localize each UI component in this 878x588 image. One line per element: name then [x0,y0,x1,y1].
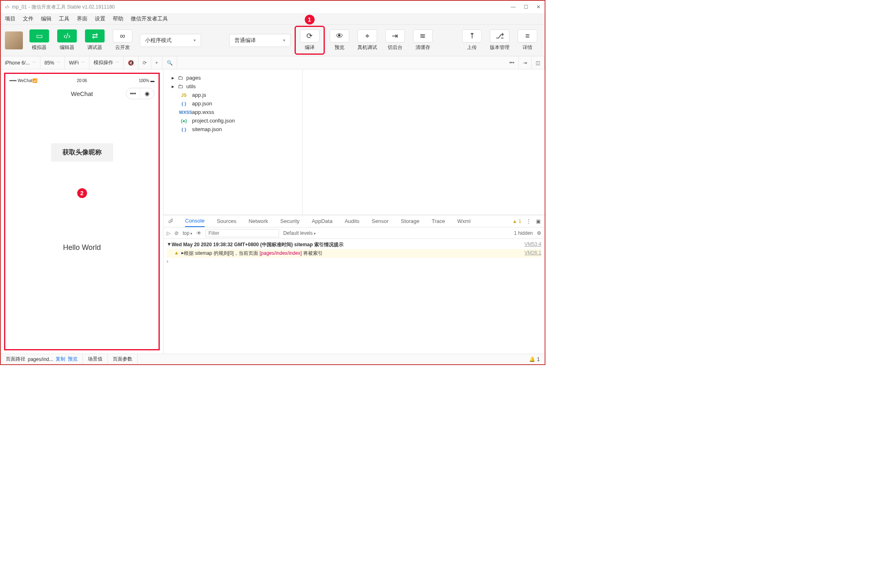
tab-appdata[interactable]: AppData [312,216,333,227]
get-avatar-button[interactable]: 获取头像昵称 [51,143,113,162]
hidden-count: 1 hidden [514,230,533,236]
footer-bar: 页面路径 pages/ind... 复制 预览 场景值 页面参数 🔔 1 [1,354,545,364]
play-icon[interactable]: ▷ [167,230,170,236]
log-message: 根据 sitemap 的规则[0]，当前页面 [pages/index/inde… [184,250,525,257]
minimize-button[interactable]: — [511,4,516,10]
tab-console[interactable]: Console [185,215,205,227]
callout-1: 1 [305,15,315,24]
rotate-icon[interactable]: ⟳ [139,56,151,69]
version-button[interactable]: ⎇版本管理 [487,28,513,53]
menubar: 项目 文件 编辑 工具 界面 设置 帮助 微信开发者工具 [1,13,545,24]
editor-toggle[interactable]: ‹/›编辑器 [54,28,80,53]
devtools: ⮰ Console Sources Network Security AppDa… [163,215,545,354]
tab-audits[interactable]: Audits [345,216,360,227]
devtools-tabs: ⮰ Console Sources Network Security AppDa… [163,215,545,227]
tab-storage[interactable]: Storage [401,216,420,227]
file-app-wxss[interactable]: WXSSapp.wxss [163,108,302,116]
tab-sources[interactable]: Sources [217,216,237,227]
folder-pages[interactable]: ▸🗀pages [163,74,302,82]
add-file-icon[interactable]: + [151,56,163,69]
gear-icon[interactable]: ⚙ [537,230,541,236]
compile-select[interactable]: 普通编译 [229,34,290,47]
callout-2: 2 [77,188,87,198]
details-button[interactable]: ≡详情 [514,28,541,53]
nav-title: WeChat [71,90,93,97]
file-app-js[interactable]: JSapp.js [163,91,302,99]
tab-sensor[interactable]: Sensor [372,216,389,227]
compile-button[interactable]: ⟳编译 [297,28,323,53]
file-sitemap[interactable]: { }sitemap.json [163,125,302,134]
file-project-config[interactable]: {●}project.config.json [163,116,302,125]
capsule-close-icon[interactable]: ◉ [140,88,154,99]
inspect-icon[interactable]: ⮰ [168,218,173,224]
levels-select[interactable]: Default levels [283,230,316,236]
upload-button[interactable]: ⤒上传 [459,28,485,53]
editor-area[interactable] [302,69,545,215]
console-output: ▼ Wed May 20 2020 19:38:32 GMT+0800 (中国标… [163,239,545,267]
menu-project[interactable]: 项目 [5,15,16,22]
context-select[interactable]: top [183,230,192,236]
main-area: 2 ••••• WeChat📶 20:06 100% ▬ WeChat •••◉… [1,69,545,354]
preview-button[interactable]: 👁预览 [326,28,353,53]
devtools-menu-icon[interactable]: ⋮ [526,218,531,224]
footer-notif[interactable]: 🔔 1 [524,356,545,362]
search-icon[interactable]: 🔍 [163,56,177,69]
console-prompt[interactable]: › [167,258,541,265]
log-source[interactable]: VM26:1 [525,250,541,257]
debugger-toggle[interactable]: ⇄调试器 [82,28,108,53]
more-icon[interactable]: ••• [505,56,519,69]
file-app-json[interactable]: { }app.json [163,99,302,108]
mute-icon[interactable]: 🔇 [124,56,139,69]
battery-label: 100% ▬ [139,78,154,83]
remote-debug-button[interactable]: ⌖真机调试 [354,28,380,53]
cloud-button[interactable]: ∞云开发 [109,28,136,53]
capsule-menu[interactable]: •••◉ [126,88,154,99]
folder-utils[interactable]: ▸🗀utils [163,82,302,91]
device-statusbar: ••••• WeChat📶 20:06 100% ▬ [5,76,159,85]
tab-network[interactable]: Network [248,216,268,227]
user-avatar[interactable] [5,31,23,49]
capsule-menu-icon[interactable]: ••• [126,88,140,99]
window-title: mp_01 - 微信开发者工具 Stable v1.02.1911180 [12,4,114,11]
background-button[interactable]: ⇥切后台 [382,28,408,53]
menu-wechat-devtools[interactable]: 微信开发者工具 [131,15,168,22]
menu-edit[interactable]: 编辑 [41,15,51,22]
menu-settings[interactable]: 设置 [95,15,105,22]
indent-icon[interactable]: ⇥ [519,56,532,69]
warn-icon: ▲ [174,250,179,257]
devtools-dock-icon[interactable]: ▣ [536,218,541,224]
split-icon[interactable]: ◫ [532,56,545,69]
footer-page-path[interactable]: 页面路径 pages/ind... 复制 预览 [1,354,83,364]
tab-trace[interactable]: Trace [432,216,445,227]
simulator-toggle[interactable]: ▭模拟器 [26,28,52,53]
network-select[interactable]: WiFi﹀ [65,56,89,69]
file-tree: ▸🗀pages ▸🗀utils JSapp.js { }app.json WXS… [163,69,302,215]
log-source[interactable]: VM53:4 [525,241,541,248]
file-area: ▸🗀pages ▸🗀utils JSapp.js { }app.json WXS… [163,69,545,215]
page-content: 获取头像昵称 Hello World [5,102,159,252]
right-pane: ▸🗀pages ▸🗀utils JSapp.js { }app.json WXS… [163,69,545,354]
clear-console-icon[interactable]: ⊘ [174,230,179,236]
tab-security[interactable]: Security [280,216,299,227]
device-time: 20:06 [77,78,87,83]
device-navbar: WeChat •••◉ [5,85,159,102]
close-button[interactable]: ✕ [536,4,541,10]
clear-cache-button[interactable]: ≋清缓存 [410,28,436,53]
menu-interface[interactable]: 界面 [77,15,87,22]
carrier-label: ••••• WeChat📶 [9,78,37,83]
mock-select[interactable]: 模拟操作﹀ [89,56,124,69]
menu-file[interactable]: 文件 [23,15,34,22]
filter-input[interactable] [206,229,279,237]
eye-icon[interactable]: 👁 [197,230,201,236]
menu-help[interactable]: 帮助 [113,15,123,22]
tab-wxml[interactable]: Wxml [457,216,471,227]
zoom-select[interactable]: 85%﹀ [40,56,65,69]
menu-tools[interactable]: 工具 [59,15,69,22]
window-titlebar: ‹/› mp_01 - 微信开发者工具 Stable v1.02.1911180… [1,1,545,13]
maximize-button[interactable]: ☐ [524,4,528,10]
footer-params[interactable]: 页面参数 [108,354,138,364]
warning-badge[interactable]: ▲ 1 [512,218,521,224]
device-select[interactable]: iPhone 6/...﹀ [1,56,40,69]
mode-select[interactable]: 小程序模式 [140,34,201,47]
footer-scene[interactable]: 场景值 [83,354,108,364]
